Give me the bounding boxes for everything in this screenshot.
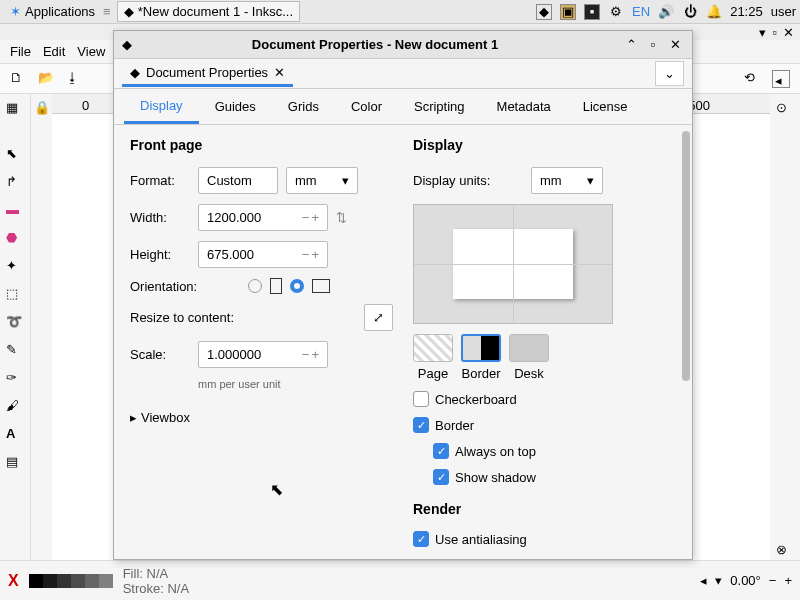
height-label: Height: (130, 247, 190, 262)
tray-app-icon[interactable]: ◆ (536, 4, 552, 20)
tray-terminal-icon[interactable]: ▪ (584, 4, 600, 20)
fill-label: Fill: (123, 566, 143, 581)
bg-tab-desk[interactable]: Desk (509, 334, 549, 381)
open-icon[interactable]: 📂 (38, 70, 56, 88)
window-close-icon[interactable]: ✕ (783, 25, 794, 40)
left-toolbox: ▦ ⬉ ↱ ▬ ⬣ ✦ ⬚ ➰ ✎ ✑ 🖌 A ▤ (0, 94, 30, 560)
inner-tab-close-icon[interactable]: ✕ (274, 65, 285, 80)
tab-license[interactable]: License (567, 91, 644, 122)
star-tool-icon[interactable]: ✦ (6, 258, 24, 276)
node-tool-icon[interactable]: ↱ (6, 174, 24, 192)
tab-grids[interactable]: Grids (272, 91, 335, 122)
format-select[interactable]: Custom (198, 167, 278, 194)
menu-file[interactable]: File (10, 44, 31, 59)
save-icon[interactable]: ⭳ (66, 70, 84, 88)
plus-icon[interactable]: + (311, 347, 319, 362)
dialog-close-icon[interactable]: ✕ (666, 36, 684, 54)
tab-metadata[interactable]: Metadata (481, 91, 567, 122)
height-value: 675.000 (207, 247, 254, 262)
tray-lang[interactable]: EN (632, 4, 650, 19)
window-maximize-icon[interactable]: ▫ (772, 25, 777, 40)
tray-network-icon[interactable]: ⚙ (608, 4, 624, 20)
spiral-tool-icon[interactable]: ➰ (6, 314, 24, 332)
tool-a-icon[interactable]: ⟲ (744, 70, 762, 88)
rotation-value[interactable]: 0.00° (730, 573, 761, 588)
tab-guides[interactable]: Guides (199, 91, 272, 122)
right-toolbox: ⊙ ⊗ (770, 94, 800, 560)
window-minimize-icon[interactable]: ▾ (759, 25, 766, 40)
dialog-titlebar[interactable]: ◆ Document Properties - New document 1 ⌃… (114, 31, 692, 59)
dialog-rollup-icon[interactable]: ⌃ (622, 36, 640, 54)
orientation-portrait-radio[interactable] (248, 279, 262, 293)
tray-volume-icon[interactable]: 🔊 (658, 4, 674, 20)
lock-icon[interactable]: 🔒 (34, 100, 50, 115)
group-icon[interactable]: ▦ (6, 100, 24, 118)
tray-notification-icon[interactable]: 🔔 (706, 4, 722, 20)
render-title: Render (413, 501, 676, 517)
system-bar: ✶ Applications ≡ ◆ *New document 1 - Ink… (0, 0, 800, 24)
always-on-top-checkbox[interactable]: ✓ (433, 443, 449, 459)
display-units-select[interactable]: mm ▾ (531, 167, 603, 194)
link-dims-icon[interactable]: ⇅ (336, 210, 347, 225)
palette-chevron-icon[interactable]: ▾ (715, 573, 722, 588)
zoom-out-icon[interactable]: − (769, 573, 777, 588)
inner-tab-docprops[interactable]: ◆ Document Properties ✕ (122, 61, 293, 87)
tab-display[interactable]: Display (124, 90, 199, 124)
portrait-icon (270, 278, 282, 294)
orientation-label: Orientation: (130, 279, 240, 294)
selector-tool-icon[interactable]: ⬉ (6, 146, 24, 164)
palette-none[interactable]: X (8, 572, 19, 590)
tray-user[interactable]: user (771, 4, 796, 19)
new-doc-icon[interactable]: 🗋 (10, 70, 28, 88)
viewbox-expander[interactable]: ▸ Viewbox (130, 410, 393, 425)
text-tool-icon[interactable]: A (6, 426, 24, 444)
width-input[interactable]: 1200.000 −+ (198, 204, 328, 231)
zoom-in-icon[interactable]: + (784, 573, 792, 588)
snap-icon[interactable]: ⊙ (776, 100, 794, 118)
plus-icon[interactable]: + (311, 247, 319, 262)
tab-scripting[interactable]: Scripting (398, 91, 481, 122)
show-shadow-checkbox[interactable]: ✓ (433, 469, 449, 485)
antialiasing-checkbox[interactable]: ✓ (413, 531, 429, 547)
taskbar-label: *New document 1 - Inksc... (138, 4, 293, 19)
stroke-label: Stroke: (123, 581, 164, 596)
applications-menu[interactable]: ✶ Applications (4, 2, 101, 21)
expand-button[interactable]: ⌄ (655, 61, 684, 86)
height-input[interactable]: 675.000 −+ (198, 241, 328, 268)
scale-input[interactable]: 1.000000 −+ (198, 341, 328, 368)
3dbox-tool-icon[interactable]: ⬚ (6, 286, 24, 304)
border-checkbox[interactable]: ✓ (413, 417, 429, 433)
tray-camera-icon[interactable]: ▣ (560, 4, 576, 20)
plus-icon[interactable]: + (311, 210, 319, 225)
menu-edit[interactable]: Edit (43, 44, 65, 59)
color-palette[interactable] (29, 574, 113, 588)
format-unit-select[interactable]: mm ▾ (286, 167, 358, 194)
checkerboard-checkbox[interactable] (413, 391, 429, 407)
apps-icon: ✶ (10, 4, 21, 19)
circle-tool-icon[interactable]: ⬣ (6, 230, 24, 248)
minus-icon[interactable]: − (302, 210, 310, 225)
rect-tool-icon[interactable]: ▬ (6, 202, 24, 220)
format-value: Custom (207, 173, 252, 188)
pencil-tool-icon[interactable]: ✎ (6, 342, 24, 360)
gradient-tool-icon[interactable]: ▤ (6, 454, 24, 472)
minus-icon[interactable]: − (302, 347, 310, 362)
tool-b-icon[interactable]: ◂ (772, 70, 790, 88)
calligraphy-tool-icon[interactable]: 🖌 (6, 398, 24, 416)
bg-tab-border[interactable]: Border (461, 334, 501, 381)
menu-view[interactable]: View (77, 44, 105, 59)
tab-color[interactable]: Color (335, 91, 398, 122)
taskbar-inkscape[interactable]: ◆ *New document 1 - Inksc... (117, 1, 300, 22)
minus-icon[interactable]: − (302, 247, 310, 262)
bg-tab-page[interactable]: Page (413, 334, 453, 381)
dialog-scrollbar[interactable] (682, 131, 690, 381)
triangle-right-icon: ▸ (130, 410, 137, 425)
pen-tool-icon[interactable]: ✑ (6, 370, 24, 388)
orientation-landscape-radio[interactable] (290, 279, 304, 293)
resize-to-content-button[interactable]: ⤢ (364, 304, 393, 331)
tray-power-icon[interactable]: ⏻ (682, 4, 698, 20)
rgb-icon[interactable]: ⊗ (776, 542, 794, 560)
tray-clock[interactable]: 21:25 (730, 4, 763, 19)
dialog-maximize-icon[interactable]: ▫ (644, 36, 662, 54)
palette-menu-icon[interactable]: ◂ (700, 573, 707, 588)
